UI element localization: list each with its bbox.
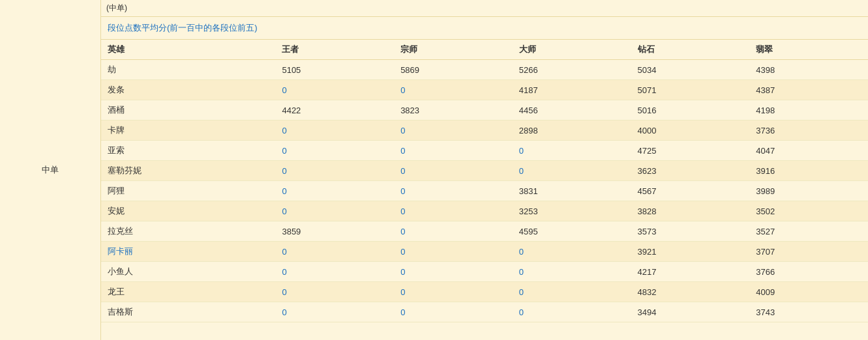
table-head: 英雄 王者 宗师 大师 钻石 翡翠: [101, 40, 868, 60]
table-body: 劫51055869526650344398发条00418750714387酒桶4…: [101, 60, 868, 322]
cell-grandmaster: 0: [394, 161, 513, 181]
cell-diamond: 4567: [631, 181, 750, 201]
cell-emerald: 3707: [749, 242, 868, 262]
cell-master: 4187: [513, 80, 631, 100]
cell-emerald: 3502: [749, 201, 868, 221]
cell-diamond: 4832: [631, 282, 750, 302]
cell-emerald: 4047: [749, 141, 868, 161]
cell-emerald: 3527: [749, 221, 868, 242]
cell-emerald: 4387: [749, 80, 868, 100]
top-bar: (中单): [101, 0, 868, 17]
cell-grandmaster: 0: [394, 302, 513, 322]
cell-grandmaster: 0: [394, 242, 513, 262]
cell-grandmaster: 0: [394, 201, 513, 221]
cell-diamond: 3623: [631, 161, 750, 181]
table-row: 酒桶44223823445650164198: [101, 100, 868, 120]
cell-hero: 阿卡丽: [101, 242, 275, 262]
cell-king: 0: [275, 262, 394, 282]
cell-diamond: 3573: [631, 221, 750, 242]
cell-diamond: 5034: [631, 60, 750, 80]
cell-emerald: 3736: [749, 120, 868, 141]
cell-emerald: 4198: [749, 100, 868, 120]
cell-king: 0: [275, 80, 394, 100]
cell-hero: 拉克丝: [101, 221, 275, 242]
cell-diamond: 3828: [631, 201, 750, 221]
cell-diamond: 3921: [631, 242, 750, 262]
cell-diamond: 4217: [631, 262, 750, 282]
cell-king: 0: [275, 161, 394, 181]
cell-king: 0: [275, 201, 394, 221]
cell-grandmaster: 5869: [394, 60, 513, 80]
cell-emerald: 3743: [749, 302, 868, 322]
table-row: 龙王00048324009: [101, 282, 868, 302]
cell-king: 0: [275, 282, 394, 302]
section-header: 段位点数平均分(前一百中的各段位前五): [101, 17, 868, 40]
cell-grandmaster: 0: [394, 282, 513, 302]
cell-master: 0: [513, 242, 631, 262]
table-row: 卡牌00289840003736: [101, 120, 868, 141]
cell-master: 4595: [513, 221, 631, 242]
col-master: 大师: [513, 40, 631, 60]
cell-master: 2898: [513, 120, 631, 141]
cell-grandmaster: 0: [394, 141, 513, 161]
cell-hero: 吉格斯: [101, 302, 275, 322]
table-row: 阿狸00383145673989: [101, 181, 868, 201]
cell-master: 3831: [513, 181, 631, 201]
cell-hero: 龙王: [101, 282, 275, 302]
cell-hero: 劫: [101, 60, 275, 80]
table-row: 塞勒芬妮00036233916: [101, 161, 868, 181]
cell-grandmaster: 3823: [394, 100, 513, 120]
cell-hero: 小鱼人: [101, 262, 275, 282]
cell-master: 3253: [513, 201, 631, 221]
cell-king: 5105: [275, 60, 394, 80]
cell-hero: 塞勒芬妮: [101, 161, 275, 181]
table-row: 亚索00047254047: [101, 141, 868, 161]
table-header-row: 英雄 王者 宗师 大师 钻石 翡翠: [101, 40, 868, 60]
cell-master: 0: [513, 262, 631, 282]
cell-king: 4422: [275, 100, 394, 120]
col-king: 王者: [275, 40, 394, 60]
page-wrapper: 中单 (中单) 段位点数平均分(前一百中的各段位前五) 英雄 王者 宗师 大师 …: [0, 0, 868, 340]
col-diamond: 钻石: [631, 40, 750, 60]
col-emerald: 翡翠: [749, 40, 868, 60]
cell-master: 5266: [513, 60, 631, 80]
cell-master: 0: [513, 302, 631, 322]
table-row: 发条00418750714387: [101, 80, 868, 100]
cell-master: 0: [513, 161, 631, 181]
cell-master: 4456: [513, 100, 631, 120]
section-title: 段位点数平均分(前一百中的各段位前五): [108, 23, 258, 33]
cell-grandmaster: 0: [394, 120, 513, 141]
cell-grandmaster: 0: [394, 181, 513, 201]
top-bar-text: (中单): [106, 3, 127, 12]
cell-diamond: 5071: [631, 80, 750, 100]
cell-grandmaster: 0: [394, 262, 513, 282]
col-hero: 英雄: [101, 40, 275, 60]
main-content: (中单) 段位点数平均分(前一百中的各段位前五) 英雄 王者 宗师 大师 钻石 …: [101, 0, 868, 340]
cell-hero: 酒桶: [101, 100, 275, 120]
cell-hero: 安妮: [101, 201, 275, 221]
cell-diamond: 5016: [631, 100, 750, 120]
cell-hero: 卡牌: [101, 120, 275, 141]
cell-emerald: 3989: [749, 181, 868, 201]
cell-diamond: 4000: [631, 120, 750, 141]
cell-hero: 阿狸: [101, 181, 275, 201]
sidebar: 中单: [0, 0, 101, 340]
table-row: 拉克丝38590459535733527: [101, 221, 868, 242]
table-row: 吉格斯00034943743: [101, 302, 868, 322]
sidebar-label: 中单: [42, 164, 59, 176]
cell-hero: 亚索: [101, 141, 275, 161]
cell-king: 0: [275, 141, 394, 161]
cell-emerald: 4009: [749, 282, 868, 302]
table-row: 安妮00325338283502: [101, 201, 868, 221]
table-row: 劫51055869526650344398: [101, 60, 868, 80]
cell-hero: 发条: [101, 80, 275, 100]
cell-master: 0: [513, 141, 631, 161]
cell-grandmaster: 0: [394, 80, 513, 100]
cell-emerald: 3766: [749, 262, 868, 282]
data-table: 英雄 王者 宗师 大师 钻石 翡翠 劫51055869526650344398发…: [101, 40, 868, 322]
cell-king: 0: [275, 302, 394, 322]
table-row: 小鱼人00042173766: [101, 262, 868, 282]
cell-king: 0: [275, 181, 394, 201]
cell-diamond: 3494: [631, 302, 750, 322]
col-grandmaster: 宗师: [394, 40, 513, 60]
